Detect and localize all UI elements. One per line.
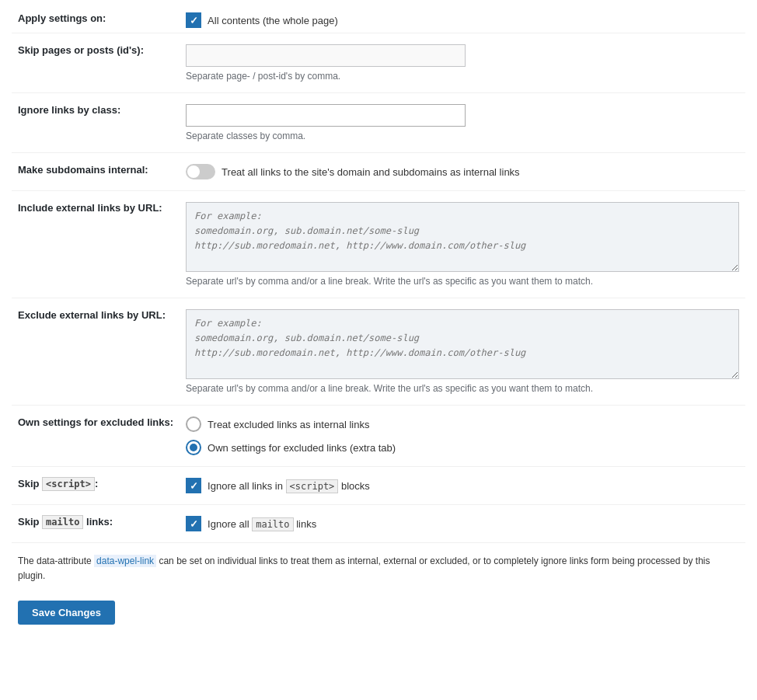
skip-pages-label: Skip pages or posts (id's): [12,33,180,93]
skip-mailto-label: Skip mailto links: [12,505,180,543]
save-changes-button[interactable]: Save Changes [18,601,115,625]
skip-mailto-option-label: Ignore all mailto links [208,518,316,530]
exclude-external-help: Separate url's by comma and/or a line br… [186,383,739,394]
skip-script-code: <script> [42,477,95,491]
skip-script-option-label: Ignore all links in <script> blocks [208,480,370,492]
footer-link[interactable]: data-wpel-link [94,555,156,567]
exclude-external-label: Exclude external links by URL: [12,298,180,406]
apply-settings-label: Apply settings on: [12,8,180,33]
make-subdomains-option-label: Treat all links to the site's domain and… [222,166,520,178]
skip-script-label: Skip <script>: [12,467,180,505]
include-external-textarea[interactable] [186,202,739,272]
check-icon-script: ✓ [190,480,198,492]
ignore-links-input[interactable] [186,104,466,127]
own-settings-radio-1[interactable] [186,416,201,432]
check-icon-mailto: ✓ [190,518,198,530]
own-settings-option2-label: Own settings for excluded links (extra t… [208,442,396,454]
skip-mailto-checkbox[interactable]: ✓ [186,516,201,531]
include-external-help: Separate url's by comma and/or a line br… [186,276,739,287]
skip-pages-input[interactable] [186,44,466,67]
apply-settings-checkbox[interactable]: ✓ [186,12,201,28]
ignore-links-label: Ignore links by class: [12,93,180,153]
own-settings-radio-2[interactable] [186,440,201,455]
ignore-links-help: Separate classes by comma. [186,131,739,141]
include-external-label: Include external links by URL: [12,191,180,298]
apply-settings-option-label: All contents (the whole page) [208,15,338,26]
footer-text: The data-attribute data-wpel-link can be… [12,543,745,594]
skip-script-checkbox[interactable]: ✓ [186,478,201,493]
make-subdomains-toggle[interactable] [186,164,215,179]
own-settings-label: Own settings for excluded links: [12,406,180,467]
save-button-container: Save Changes [12,594,745,631]
skip-pages-help: Separate page- / post-id's by comma. [186,71,739,82]
own-settings-option1-label: Treat excluded links as internal links [208,419,369,430]
check-icon: ✓ [190,15,198,26]
exclude-external-textarea[interactable] [186,309,739,379]
make-subdomains-label: Make subdomains internal: [12,153,180,191]
skip-mailto-code: mailto [42,515,83,529]
